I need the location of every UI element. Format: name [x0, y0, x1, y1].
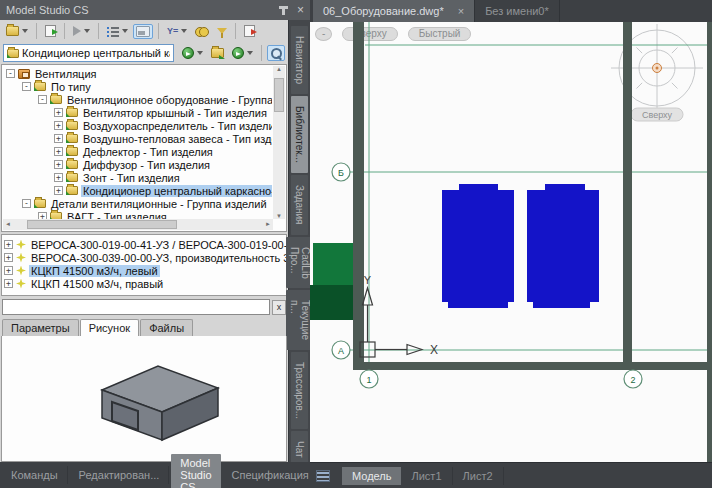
dropdown-caret-icon[interactable]	[22, 29, 28, 33]
collapse-icon[interactable]: -	[38, 95, 47, 104]
duct-fitting[interactable]	[310, 285, 358, 320]
equipment-unit[interactable]	[527, 184, 599, 308]
view-options-button[interactable]	[104, 24, 131, 39]
side-tab[interactable]: Задания	[291, 175, 308, 235]
library-tree-panel: -Вентиляция-По типу-Вентиляционное обору…	[1, 64, 287, 232]
side-tab[interactable]: Навигатор	[291, 26, 308, 94]
list-item[interactable]: +ВЕРОСА-300-019-00-41-УЗ / ВЕРОСА-300-01…	[4, 238, 284, 251]
scroll-right-icon[interactable]: ►	[265, 221, 271, 227]
drawing-area: 06_Оборудование.dwg*×Без имени0* -Сверху…	[310, 0, 712, 488]
tree-item[interactable]: -Детали вентиляционные - Группа изделий	[4, 197, 272, 210]
folder-icon	[50, 95, 62, 104]
insert-object-button[interactable]	[179, 45, 206, 61]
sheet-tab[interactable]: Лист1	[401, 467, 452, 485]
drawing-viewport[interactable]: -СверхуБыстрый СверхуБА12YX	[310, 22, 712, 462]
filter-expression-button[interactable]: Y=	[164, 24, 190, 39]
scroll-left-icon[interactable]: ◄	[5, 221, 11, 227]
workspace-tab[interactable]: Model Studio CS	[171, 454, 220, 488]
display-toggle-button[interactable]	[133, 24, 153, 39]
equipment-unit[interactable]	[442, 184, 514, 308]
sheet-tab[interactable]: Лист2	[453, 467, 504, 485]
scroll-up-icon[interactable]: ▲	[276, 66, 282, 72]
duct-fitting[interactable]	[313, 243, 358, 285]
tree-item[interactable]: +ВАГТ - Тип изделия	[4, 210, 272, 219]
list-item[interactable]: +КЦКП 41500 м3/ч, правый	[4, 277, 284, 290]
expand-icon[interactable]: +	[54, 173, 63, 182]
tree-item[interactable]: -Вентиляция	[4, 67, 272, 80]
expand-icon[interactable]: +	[54, 186, 63, 195]
collapse-icon[interactable]: -	[6, 69, 15, 78]
visual-style-button[interactable]: Быстрый	[408, 27, 472, 41]
collapse-icon[interactable]: -	[22, 82, 31, 91]
expand-icon[interactable]: +	[54, 147, 63, 156]
layout-list-icon[interactable]	[316, 470, 330, 482]
expand-icon[interactable]: +	[54, 160, 63, 169]
dropdown-caret-icon[interactable]	[197, 51, 203, 55]
export-dwg-button[interactable]	[241, 23, 258, 39]
tree-item[interactable]: +Воздушно-тепловая завеса - Тип издели	[4, 132, 272, 145]
edit-mode-button[interactable]	[267, 45, 285, 61]
expand-icon[interactable]: +	[54, 134, 63, 143]
tab-Рисунок[interactable]: Рисунок	[80, 319, 140, 337]
open-library-button[interactable]	[208, 46, 227, 60]
expand-icon[interactable]: +	[4, 253, 13, 262]
expand-icon[interactable]: +	[54, 108, 63, 117]
tree-item[interactable]: +Вентилятор крышный - Тип изделия	[4, 106, 272, 119]
dropdown-caret-icon[interactable]	[247, 51, 253, 55]
insert-play-button[interactable]	[70, 24, 93, 38]
scroll-down-icon[interactable]: ▼	[276, 213, 282, 219]
list-item[interactable]: +ВЕРОСА-300-039-00-00-УЗ, производительн…	[4, 251, 284, 264]
scrollbar-thumb[interactable]	[274, 78, 284, 112]
tree-item[interactable]: +Дефлектор - Тип изделия	[4, 145, 272, 158]
close-tab-icon[interactable]: ×	[458, 5, 464, 17]
tree-item[interactable]: +Кондиционер центральный каркасно-пан	[4, 184, 272, 197]
tree-item[interactable]: +Воздухораспределитель - Тип изделия	[4, 119, 272, 132]
tab-Файлы[interactable]: Файлы	[140, 319, 193, 336]
export-library-button[interactable]	[3, 24, 31, 38]
workspace-tab[interactable]: Команды	[2, 466, 68, 484]
view-compass[interactable]: Сверху	[611, 24, 703, 121]
filter-funnel-button[interactable]	[214, 26, 230, 36]
workspace-tab[interactable]: Редактирован...	[70, 466, 170, 484]
search-combo-input[interactable]	[22, 47, 170, 59]
expand-icon[interactable]: +	[38, 212, 47, 219]
expand-icon[interactable]: +	[4, 266, 13, 275]
tree-item-label: Диффузор - Тип изделия	[81, 159, 212, 171]
view-direction-button[interactable]: Сверху	[342, 27, 397, 41]
document-tab[interactable]: Без имени0*	[475, 0, 560, 22]
dropdown-caret-icon[interactable]	[84, 29, 90, 33]
scrollbar-thumb[interactable]	[27, 220, 177, 229]
tree-item-label: Дефлектор - Тип изделия	[81, 146, 215, 158]
find-button[interactable]	[192, 25, 212, 38]
list-item[interactable]: +КЦКП 41500 м3/ч, левый	[4, 264, 284, 277]
expand-icon[interactable]: +	[54, 121, 63, 130]
search-combo[interactable]	[3, 44, 174, 62]
dropdown-caret-icon[interactable]	[181, 29, 187, 33]
tree-item[interactable]: +Диффузор - Тип изделия	[4, 158, 272, 171]
filter-input[interactable]	[2, 299, 270, 315]
expand-icon[interactable]: +	[4, 279, 13, 288]
dropdown-caret-icon[interactable]	[122, 29, 128, 33]
side-tab[interactable]: Библиотек...	[291, 96, 308, 173]
workspace-tab[interactable]: Спецификация	[223, 466, 319, 484]
viewport-menu-button[interactable]: -	[315, 27, 332, 41]
tree-vertical-scrollbar[interactable]: ▲ ▼	[273, 66, 285, 219]
close-icon[interactable]: ×	[297, 4, 304, 16]
collapse-icon[interactable]: -	[22, 199, 31, 208]
tab-Параметры[interactable]: Параметры	[2, 319, 79, 336]
import-object-button[interactable]	[42, 23, 59, 39]
sheet-tab[interactable]: Модель	[342, 467, 401, 485]
tree-item[interactable]: -Вентиляционное оборудование - Группа из	[4, 93, 272, 106]
tree-item[interactable]: -По типу	[4, 80, 272, 93]
green-orb-icon	[182, 47, 194, 59]
tree-item[interactable]: +Зонт - Тип изделия	[4, 171, 272, 184]
tree-horizontal-scrollbar[interactable]: ◄ ►	[3, 219, 273, 230]
side-tab[interactable]: Трассиров...	[291, 352, 308, 429]
filter-clear-button[interactable]: x	[272, 300, 286, 315]
palette-side-tabs: НавигаторБиблиотек...ЗаданияCadLib Про..…	[288, 20, 310, 462]
document-tab[interactable]: 06_Оборудование.dwg*×	[313, 0, 475, 22]
layers-icon	[107, 26, 119, 37]
expand-icon[interactable]: +	[4, 240, 13, 249]
refresh-library-button[interactable]	[229, 45, 256, 61]
pin-icon[interactable]	[282, 6, 285, 15]
